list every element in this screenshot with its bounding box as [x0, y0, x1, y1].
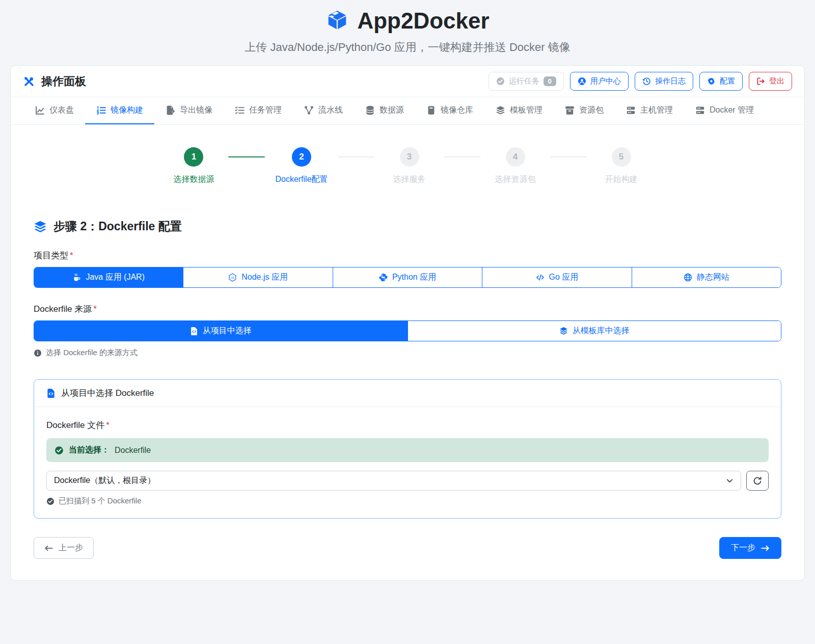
user-center-button[interactable]: 用户中心 — [570, 72, 629, 91]
step-connector — [444, 156, 481, 157]
project-type-label-text: 项目类型 — [34, 251, 68, 260]
step-connector — [338, 156, 375, 157]
tab-template-management[interactable]: 模板管理 — [484, 97, 554, 124]
project-type-label: 项目类型* — [34, 250, 781, 261]
scan-info: 已扫描到 5 个 Dockerfile — [46, 496, 769, 506]
check-circle-icon — [46, 497, 55, 505]
tab-label: 模板管理 — [510, 105, 542, 116]
file-code-icon — [46, 389, 56, 398]
logout-button[interactable]: 登出 — [749, 72, 792, 91]
step-5-start-build: 5 开始构建 — [597, 147, 646, 185]
tab-pipeline[interactable]: 流水线 — [293, 97, 354, 124]
project-type-static-button[interactable]: 静态网站 — [632, 267, 781, 287]
source-hint: 选择 Dockerfile 的来源方式 — [34, 348, 781, 358]
panel-title: 操作面板 — [23, 74, 86, 89]
panel-header: 操作面板 运行任务 0 — [11, 66, 804, 97]
config-button[interactable]: 配置 — [699, 72, 743, 91]
server-icon — [626, 105, 636, 115]
operation-log-label: 操作日志 — [655, 76, 686, 86]
current-selection-value: Dockerfile — [115, 446, 151, 455]
step-1-label: 选择数据源 — [173, 174, 214, 185]
next-step-button[interactable]: 下一步 — [719, 537, 781, 559]
box-icon — [565, 105, 575, 115]
section-heading: 步骤 2：Dockerfile 配置 — [34, 219, 781, 234]
step-2-label: Dockerfile配置 — [275, 174, 328, 185]
current-selection-label: 当前选择： — [69, 445, 110, 455]
project-type-label-go: Go 应用 — [549, 272, 579, 283]
dockerfile-file-label: Dockerfile 文件* — [46, 419, 769, 431]
tab-label: Docker 管理 — [710, 105, 754, 116]
clock-history-icon — [642, 77, 651, 86]
step-5-label: 开始构建 — [605, 174, 638, 185]
step-2-circle: 2 — [292, 147, 311, 167]
server-icon — [695, 105, 705, 115]
tab-resource-package[interactable]: 资源包 — [554, 97, 615, 124]
step-3-circle: 3 — [400, 147, 419, 167]
dockerfile-card-header: 从项目中选择 Dockerfile — [34, 380, 781, 407]
project-type-nodejs-button[interactable]: JS Node.js 应用 — [183, 267, 332, 287]
prev-step-button[interactable]: 上一步 — [34, 537, 94, 559]
stack-icon — [559, 327, 568, 335]
user-center-label: 用户中心 — [590, 76, 621, 86]
prev-step-label: 上一步 — [59, 543, 83, 553]
dockerfile-source-group: 从项目中选择 从模板库中选择 — [34, 320, 781, 341]
source-from-project-label: 从项目中选择 — [203, 326, 252, 336]
project-type-label-nodejs: Node.js 应用 — [241, 272, 288, 283]
brand: App2Docker — [0, 8, 815, 34]
running-tasks-count-badge: 0 — [544, 76, 556, 86]
list-ol-icon — [96, 105, 106, 115]
dockerfile-select-row: Dockerfile（默认，根目录） — [46, 471, 769, 491]
database-icon — [365, 105, 375, 115]
dockerfile-select-value: Dockerfile（默认，根目录） — [54, 475, 155, 486]
step-connector — [550, 156, 587, 157]
tab-image-registry[interactable]: 镜像仓库 — [415, 97, 484, 124]
code-icon — [536, 273, 545, 282]
tools-icon — [23, 75, 35, 88]
gear-icon — [707, 77, 716, 86]
tab-data-source[interactable]: 数据源 — [354, 97, 415, 124]
tab-task-management[interactable]: 任务管理 — [224, 97, 293, 124]
tab-label: 镜像仓库 — [441, 105, 473, 116]
dockerfile-file-label-text: Dockerfile 文件 — [46, 420, 104, 430]
source-from-project-button[interactable]: 从项目中选择 — [34, 321, 408, 341]
project-type-go-button[interactable]: Go 应用 — [482, 267, 631, 287]
nodejs-icon: JS — [228, 273, 237, 282]
tab-content: 1 选择数据源 2 Dockerfile配置 3 选择服务 4 选择资源包 5 … — [11, 125, 804, 580]
dockerfile-card-body: Dockerfile 文件* 当前选择： Dockerfile Dockerfi… — [34, 407, 781, 518]
operation-panel: 操作面板 运行任务 0 — [10, 65, 805, 581]
tab-export-image[interactable]: 导出镜像 — [154, 97, 224, 124]
archive-icon — [426, 105, 436, 115]
dockerfile-select[interactable]: Dockerfile（默认，根目录） — [46, 471, 741, 491]
app-logo-icon — [325, 9, 349, 33]
chart-line-icon — [35, 105, 45, 115]
dockerfile-card-title: 从项目中选择 Dockerfile — [61, 387, 154, 399]
arrow-right-icon — [760, 544, 770, 553]
list-check-icon — [235, 105, 244, 115]
scan-info-text: 已扫描到 5 个 Dockerfile — [59, 496, 142, 506]
tab-dashboard[interactable]: 仪表盘 — [24, 97, 85, 124]
section-heading-text: 步骤 2：Dockerfile 配置 — [53, 219, 182, 234]
dockerfile-source-label: Dockerfile 来源* — [34, 303, 781, 315]
tab-docker-management[interactable]: Docker 管理 — [684, 97, 765, 124]
step-3-select-service: 3 选择服务 — [385, 147, 434, 185]
running-tasks-button[interactable]: 运行任务 0 — [488, 72, 564, 91]
project-type-group: Java 应用 (JAR) JS Node.js 应用 — [34, 267, 781, 288]
source-from-template-button[interactable]: 从模板库中选择 — [408, 321, 781, 341]
project-type-label-java: Java 应用 (JAR) — [86, 272, 145, 283]
required-mark: * — [106, 420, 110, 430]
panel-title-text: 操作面板 — [41, 74, 86, 89]
tab-image-build[interactable]: 镜像构建 — [85, 97, 154, 124]
tab-label: 仪表盘 — [49, 105, 74, 116]
logout-icon — [756, 77, 765, 86]
project-type-java-button[interactable]: Java 应用 (JAR) — [34, 267, 183, 287]
tab-label: 任务管理 — [249, 105, 282, 116]
tab-host-management[interactable]: 主机管理 — [615, 97, 684, 124]
dockerfile-select-card: 从项目中选择 Dockerfile Dockerfile 文件* 当前选择： D… — [34, 379, 781, 519]
operation-log-button[interactable]: 操作日志 — [635, 72, 693, 91]
source-from-template-label: 从模板库中选择 — [573, 326, 630, 336]
refresh-button[interactable] — [746, 471, 769, 491]
site-header: App2Docker 上传 Java/Node.js/Python/Go 应用，… — [0, 0, 815, 55]
project-type-python-button[interactable]: Python 应用 — [333, 267, 482, 287]
step-4-circle: 4 — [506, 147, 525, 167]
required-mark: * — [70, 251, 73, 260]
